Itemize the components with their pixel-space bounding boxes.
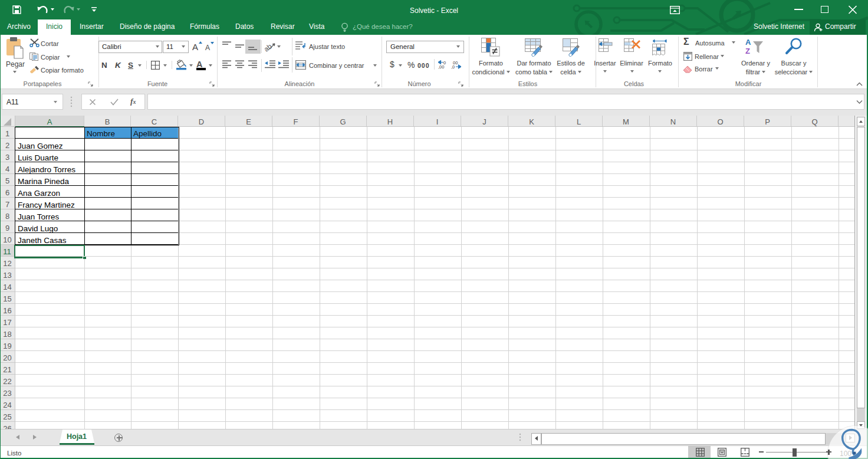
svg-text:ab: ab xyxy=(265,42,274,52)
svg-text:,0: ,0 xyxy=(451,64,455,69)
svg-text:,00: ,00 xyxy=(438,64,444,69)
svg-text:Z: Z xyxy=(745,47,750,55)
svg-text:A: A xyxy=(745,38,751,47)
